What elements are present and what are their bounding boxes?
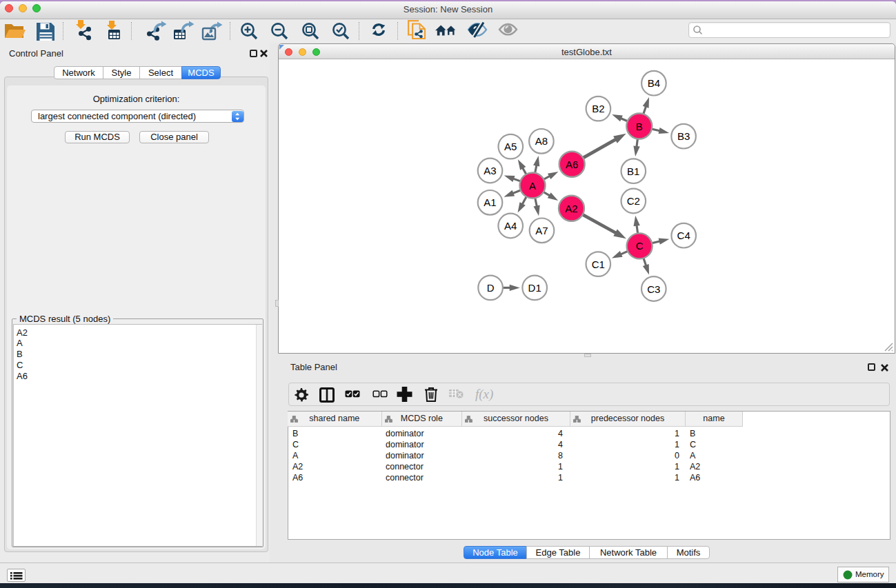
svg-text:C: C <box>636 240 644 252</box>
svg-text:A5: A5 <box>504 141 517 152</box>
svg-text:A7: A7 <box>535 225 548 236</box>
svg-text:C1: C1 <box>592 258 605 270</box>
svg-text:B4: B4 <box>648 77 660 89</box>
svg-text:A3: A3 <box>484 165 496 176</box>
svg-text:A6: A6 <box>566 159 578 170</box>
svg-text:A2: A2 <box>565 203 577 214</box>
svg-text:D: D <box>487 282 495 294</box>
svg-text:D1: D1 <box>528 282 541 294</box>
svg-text:C3: C3 <box>647 283 660 295</box>
svg-text:B: B <box>636 121 643 132</box>
svg-text:A8: A8 <box>535 135 548 147</box>
svg-text:C2: C2 <box>627 195 640 207</box>
svg-text:B2: B2 <box>592 103 604 114</box>
svg-text:B3: B3 <box>677 130 690 142</box>
svg-text:B1: B1 <box>627 165 639 177</box>
svg-text:A4: A4 <box>504 220 517 232</box>
svg-text:A: A <box>529 180 536 192</box>
svg-text:A1: A1 <box>484 196 496 208</box>
svg-text:f(x): f(x) <box>475 387 493 402</box>
svg-text:C4: C4 <box>677 230 690 241</box>
